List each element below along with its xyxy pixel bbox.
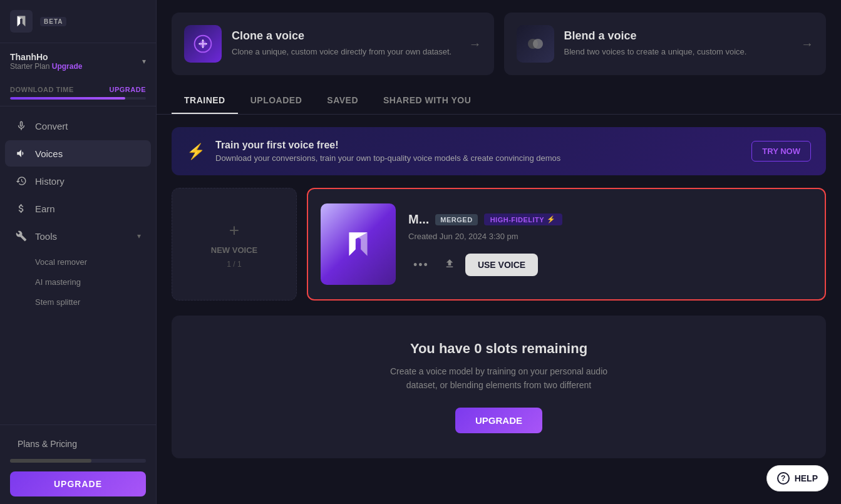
beta-badge: BETA [40,17,66,26]
sidebar-item-voices-label: Voices [35,148,63,159]
tab-saved[interactable]: SAVED [314,88,371,114]
clone-voice-card[interactable]: Clone a voice Clone a unique, custom voi… [172,13,494,75]
logo-icon [10,10,33,33]
plans-pricing-link[interactable]: Plans & Pricing [10,433,146,455]
banner-text: Train your first voice free! Download yo… [215,140,741,163]
use-voice-button[interactable]: USE VOICE [465,254,538,276]
sidebar-item-earn-label: Earn [35,203,55,214]
sidebar-header: BETA [0,0,156,43]
voice-item-info: M... MERGED HIGH-FIDELITY ⚡ Created Jun … [408,212,812,276]
lightning-icon: ⚡ [187,143,205,160]
download-progress-fill [10,97,125,100]
new-voice-card[interactable]: + NEW VOICE 1 / 1 [172,188,297,301]
slots-section: You have 0 slots remaining Create a voic… [172,316,826,458]
clone-voice-desc: Clone a unique, custom voice directly fr… [232,46,459,58]
mic-icon [15,120,28,132]
sidebar-item-earn[interactable]: Earn [5,195,151,222]
download-upgrade-link[interactable]: UPGRADE [109,86,146,93]
tools-icon [15,230,28,242]
slots-desc: Create a voice model by training on your… [187,364,811,393]
help-button[interactable]: ? HELP [766,465,828,491]
promo-banner: ⚡ Train your first voice free! Download … [172,127,826,175]
plus-icon: + [229,220,239,240]
clone-voice-info: Clone a voice Clone a unique, custom voi… [232,29,459,58]
download-time-label: DOWNLOAD TIME [10,86,74,93]
voice-created: Created Jun 20, 2024 3:30 pm [408,232,812,241]
clone-voice-icon [184,25,222,63]
voice-item-name: M... [408,212,429,227]
blend-voice-icon [517,25,554,63]
clone-voice-title: Clone a voice [232,29,459,43]
sidebar-item-tools-label: Tools [35,231,57,242]
sidebar-item-tools[interactable]: Tools ▾ [5,223,151,249]
download-progress-bar [10,97,146,100]
tools-chevron-icon: ▾ [137,232,141,240]
blend-voice-desc: Blend two voices to create a unique, cus… [564,46,792,58]
high-fidelity-label: HIGH-FIDELITY [490,216,545,224]
sidebar-item-convert-label: Convert [35,121,68,131]
slots-upgrade-button[interactable]: UPGRADE [455,408,542,433]
try-now-button[interactable]: TRY NOW [751,141,811,162]
clone-arrow-icon: → [469,37,482,51]
sidebar-item-history-label: History [35,176,64,187]
blend-arrow-icon: → [801,37,813,51]
help-circle-icon: ? [777,472,790,485]
voice-thumbnail [321,203,396,285]
voice-item-card: M... MERGED HIGH-FIDELITY ⚡ Created Jun … [307,188,826,301]
clock-icon [15,175,28,187]
tab-uploaded[interactable]: UPLOADED [238,88,315,114]
slots-title: You have 0 slots remaining [187,341,811,357]
download-section: DOWNLOAD TIME UPGRADE [0,80,156,106]
voices-grid: + NEW VOICE 1 / 1 M... MERGED HIGH-FIDEL… [157,188,841,301]
svg-point-3 [533,39,543,49]
sidebar-item-voices[interactable]: Voices [5,140,151,167]
blend-voice-info: Blend a voice Blend two voices to create… [564,29,792,58]
help-label: HELP [795,473,818,483]
user-name: ThanhHo [10,52,82,62]
sidebar-bottom: Plans & Pricing UPGRADE [0,424,156,504]
voice-actions: ••• USE VOICE [408,254,812,276]
sub-nav-vocal-remover[interactable]: Vocal remover [5,252,151,272]
tag-merged: MERGED [435,214,477,225]
tools-sub-nav: Vocal remover AI mastering Stem splitter [0,250,156,314]
sub-nav-ai-mastering[interactable]: AI mastering [5,272,151,292]
bars-icon [15,147,28,160]
scroll-thumb [10,459,91,463]
sidebar-item-history[interactable]: History [5,168,151,194]
share-button[interactable] [441,255,458,275]
sidebar-nav: Convert Voices History Earn [0,106,156,424]
voice-item-header: M... MERGED HIGH-FIDELITY ⚡ [408,212,812,227]
bolt-icon: ⚡ [547,215,556,224]
sub-nav-stem-splitter[interactable]: Stem splitter [5,292,151,312]
sidebar: BETA ThanhHo Starter Plan Upgrade ▾ DOWN… [0,0,157,504]
plan-upgrade-link[interactable]: Upgrade [52,62,83,71]
sidebar-item-convert[interactable]: Convert [5,113,151,139]
upgrade-button[interactable]: UPGRADE [10,471,146,496]
voices-tabs: TRAINED UPLOADED SAVED SHARED WITH YOU [157,88,841,115]
blend-voice-card[interactable]: Blend a voice Blend two voices to create… [504,13,827,75]
horizontal-scrollbar[interactable] [10,459,146,463]
more-options-button[interactable]: ••• [408,256,434,274]
chevron-down-icon: ▾ [142,57,146,66]
user-plan: Starter Plan Upgrade [10,62,82,71]
banner-desc: Download your conversions, train your ow… [215,153,741,163]
new-voice-count: 1 / 1 [227,260,241,269]
dollar-icon [15,202,28,215]
tag-high-fidelity: HIGH-FIDELITY ⚡ [484,213,562,225]
svg-point-1 [200,41,207,48]
blend-voice-title: Blend a voice [564,29,792,43]
user-section[interactable]: ThanhHo Starter Plan Upgrade ▾ [0,43,156,80]
main-content: Clone a voice Clone a unique, custom voi… [157,0,841,504]
tab-shared[interactable]: SHARED WITH YOU [371,88,483,114]
tab-trained[interactable]: TRAINED [172,88,238,114]
banner-title: Train your first voice free! [215,140,741,151]
new-voice-label: NEW VOICE [211,245,257,255]
top-voice-cards: Clone a voice Clone a unique, custom voi… [157,0,841,88]
